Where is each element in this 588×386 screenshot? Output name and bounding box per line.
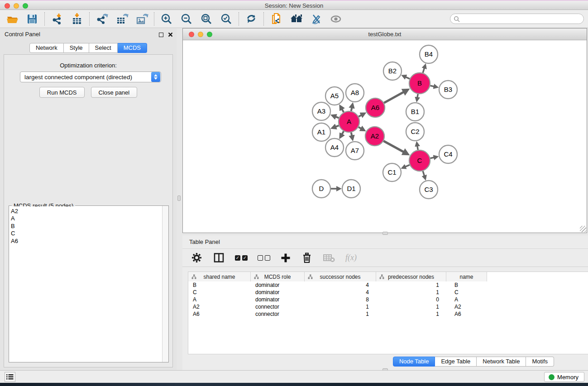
tab-node-table[interactable]: Node Table [393, 357, 435, 367]
table-cell[interactable]: A6 [446, 310, 487, 318]
vertical-splitter-handle[interactable] [177, 195, 181, 201]
deselect-all-columns-icon[interactable] [258, 255, 270, 261]
result-item[interactable]: A6 [11, 238, 162, 245]
node-A3[interactable]: A3 [312, 102, 330, 120]
edge-A2-C[interactable] [383, 141, 406, 154]
table-cell[interactable]: 4 [305, 289, 376, 296]
edge-B-B3[interactable] [430, 86, 436, 87]
table-cell[interactable]: A [446, 296, 487, 303]
node-D[interactable]: D [312, 180, 330, 198]
node-D1[interactable]: D1 [342, 180, 360, 198]
memory-button[interactable]: Memory [544, 372, 584, 382]
import-table-icon[interactable] [70, 12, 84, 26]
edge-A6-B[interactable] [384, 91, 406, 103]
edge-A-A1[interactable] [333, 125, 339, 128]
table-cell[interactable]: dominator [251, 289, 305, 296]
node-B1[interactable]: B1 [406, 103, 424, 121]
edge-A-A5[interactable] [341, 107, 344, 112]
cybrowser-home-icon[interactable] [289, 12, 303, 26]
result-item[interactable]: A2 [11, 208, 162, 215]
table-cell[interactable]: 1 [376, 289, 446, 296]
table-cell[interactable]: A [188, 296, 251, 303]
show-graphics-eye-icon[interactable] [329, 12, 343, 26]
zoom-in-icon[interactable] [160, 12, 173, 26]
table-cell[interactable]: 4 [305, 281, 376, 289]
window-resize-grip[interactable] [580, 226, 586, 232]
table-settings-gear-icon[interactable] [191, 252, 203, 264]
column-header-name[interactable]: name [446, 272, 487, 281]
tab-network[interactable]: Network [29, 43, 64, 53]
edge-B-B1[interactable] [417, 94, 418, 100]
tab-network-table[interactable]: Network Table [477, 357, 526, 367]
node-A5[interactable]: A5 [325, 87, 344, 105]
tab-style[interactable]: Style [64, 43, 89, 53]
search-input[interactable] [462, 14, 583, 23]
node-B2[interactable]: B2 [383, 62, 402, 80]
node-A[interactable]: A [339, 111, 359, 132]
node-C3[interactable]: C3 [420, 181, 438, 199]
edge-A-A8[interactable] [351, 105, 353, 111]
delete-column-trash-icon[interactable] [301, 252, 313, 264]
select-all-columns-icon[interactable]: ✓✓ [235, 255, 248, 261]
horizontal-splitter-handle[interactable] [382, 232, 388, 235]
import-network-icon[interactable] [50, 12, 64, 26]
criterion-dropdown[interactable]: largest connected component (directed) [20, 71, 161, 82]
float-panel-icon[interactable] [159, 33, 163, 37]
new-network-document-icon[interactable] [269, 12, 283, 26]
table-cell[interactable]: A2 [446, 303, 487, 310]
node-A7[interactable]: A7 [346, 142, 364, 160]
close-panel-button[interactable]: Close panel [91, 87, 138, 98]
mcds-result-scrollbar[interactable] [162, 206, 168, 362]
edge-B-B4[interactable] [423, 66, 425, 73]
refresh-layout-icon[interactable] [244, 12, 258, 26]
table-cell[interactable]: 1 [376, 303, 446, 310]
column-header-mcds-role[interactable]: MCDS role [251, 272, 305, 281]
table-cell[interactable]: dominator [251, 281, 305, 289]
add-column-plus-icon[interactable] [280, 253, 291, 263]
node-A6[interactable]: A6 [366, 98, 385, 117]
edge-C-C2[interactable] [417, 144, 418, 150]
table-cell[interactable]: C [188, 289, 251, 296]
table-cell[interactable]: 0 [376, 296, 446, 303]
node-C[interactable]: C [409, 150, 430, 171]
node-A2[interactable]: A2 [365, 127, 384, 146]
zoom-fit-icon[interactable] [200, 12, 213, 26]
table-cell[interactable]: C [446, 289, 487, 296]
node-A8[interactable]: A8 [346, 84, 364, 102]
export-network-icon[interactable] [95, 12, 109, 26]
node-C2[interactable]: C2 [406, 123, 424, 141]
edge-C-C1[interactable] [403, 165, 410, 167]
show-columns-icon[interactable] [213, 252, 225, 264]
save-icon[interactable] [25, 12, 39, 26]
run-mcds-button[interactable]: Run MCDS [39, 87, 85, 98]
table-cell[interactable]: connector [251, 303, 305, 310]
column-header-successor-nodes[interactable]: successor nodes [305, 272, 376, 281]
table-cell[interactable]: B [188, 281, 251, 289]
tab-edge-table[interactable]: Edge Table [435, 357, 477, 367]
table-cell[interactable]: B [446, 281, 487, 289]
edge-A-A6[interactable] [359, 114, 363, 117]
tab-mcds[interactable]: MCDS [118, 43, 147, 53]
node-A4[interactable]: A4 [325, 138, 344, 157]
network-canvas[interactable]: B4B2BB3A8A5A6A3B1AC2A1A2A4A7C4CC1DD1C3 [183, 40, 587, 233]
table-cell[interactable]: dominator [251, 296, 305, 303]
node-B4[interactable]: B4 [420, 45, 438, 63]
result-item[interactable]: B [11, 223, 162, 230]
column-header-shared-name[interactable]: shared name [188, 272, 251, 281]
edge-A-A2[interactable] [359, 127, 363, 130]
table-cell[interactable]: 1 [305, 303, 376, 310]
tab-select[interactable]: Select [89, 43, 118, 53]
export-image-icon[interactable] [135, 12, 148, 26]
edge-A-A4[interactable] [341, 131, 344, 137]
task-history-button[interactable] [5, 372, 15, 382]
export-table-icon[interactable] [115, 12, 129, 26]
tab-motifs[interactable]: Motifs [526, 357, 554, 367]
table-cell[interactable]: A6 [188, 310, 251, 318]
close-panel-icon[interactable] [168, 31, 173, 39]
result-item[interactable]: C [11, 230, 162, 237]
edge-A-A7[interactable] [351, 133, 353, 138]
edge-C-C4[interactable] [430, 157, 436, 158]
node-C1[interactable]: C1 [383, 163, 401, 181]
zoom-selected-icon[interactable] [220, 12, 233, 26]
table-cell[interactable]: 8 [305, 296, 376, 303]
